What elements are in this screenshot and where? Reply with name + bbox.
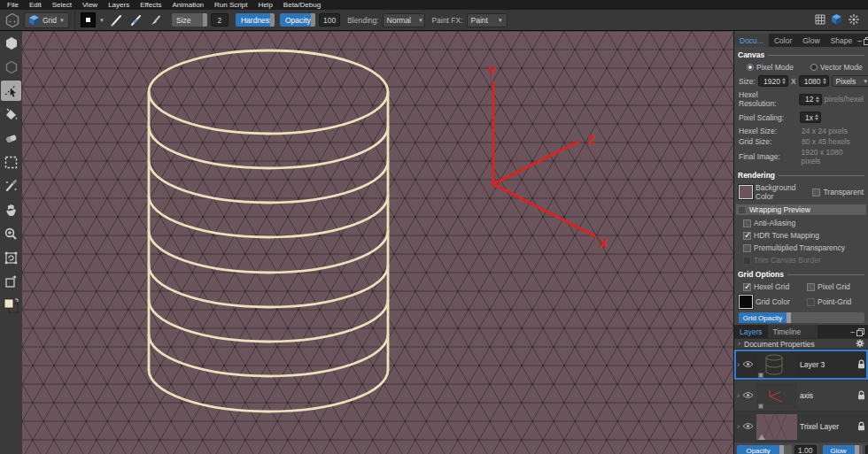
pan-hand-tool[interactable] [1,200,21,220]
layer-row-trixel[interactable]: › Trixel Layer [734,412,868,442]
marquee-select-tool[interactable] [1,152,21,173]
menu-help[interactable]: Help [252,0,277,10]
brush-opacity-slider[interactable]: Opacity [280,13,315,27]
hardness-handle[interactable] [270,13,275,27]
trim-checkbox[interactable] [743,257,751,265]
menu-effects[interactable]: Effects [135,0,167,10]
layer-glow-handle[interactable] [855,445,859,454]
layer-row-axis[interactable]: › axis [734,381,868,411]
brush-shape-swatch[interactable] [81,12,96,27]
lighting-icon[interactable] [848,13,860,27]
layer-opacity-slider[interactable]: Opacity [737,445,792,454]
expand-chevron-icon[interactable]: › [738,340,740,348]
tab-shape[interactable]: Shape [825,34,858,47]
visibility-eye-icon[interactable] [742,391,754,401]
brush-size-handle[interactable] [203,13,207,27]
menu-layers[interactable]: Layers [103,0,135,10]
grid-color-swatch[interactable] [739,295,753,309]
zoom-tool[interactable] [1,224,21,244]
brush-opacity-handle[interactable] [311,13,315,27]
brush-size-slider[interactable]: Size [172,13,207,27]
tab-document[interactable]: Docu... [734,34,769,47]
transparent-checkbox[interactable] [812,189,820,196]
pixel-mode-radio[interactable] [747,64,754,71]
collapse-panel-icon[interactable]: – [857,36,862,45]
menu-beta-debug[interactable]: Beta/Debug [278,0,326,10]
grid-opacity-slider[interactable]: Grid Opacity [739,312,864,323]
chevron-down-icon: ▼ [498,18,503,23]
expand-chevron-icon[interactable]: › [737,392,740,400]
hexel-grid-checkbox[interactable] [743,283,751,291]
tool-palette [0,31,22,454]
hdr-checkbox[interactable] [743,232,751,240]
properties-tab-bar: Docu... Color Glow Shape – [734,34,868,47]
lock-icon[interactable] [857,359,865,371]
pixel-scaling-input[interactable]: 1x [800,112,821,123]
hexel-outline-tool[interactable] [1,57,21,77]
layer-opacity-handle[interactable] [779,445,784,454]
visibility-eye-icon[interactable] [742,422,754,432]
layer-glow-value[interactable]: 1.00 [865,445,868,454]
pixel-grid-view-icon[interactable] [815,14,825,27]
layer-name: Layer 3 [800,360,825,369]
blending-dropdown[interactable]: Normal ▼ [383,13,425,27]
top-toolbar: Grid ▼ ▼ Size 2 Hardness Opacity 100 Ble… [0,10,868,31]
color-swatches[interactable] [1,296,21,316]
lock-icon[interactable] [857,421,865,433]
point-grid-checkbox[interactable] [807,298,815,306]
menu-select[interactable]: Select [47,0,77,10]
document-properties-row[interactable]: › Document Properties [734,338,868,350]
size-units-dropdown[interactable]: Pixels▼ [832,75,868,87]
eraser-tool[interactable] [1,128,21,149]
expand-chevron-icon[interactable]: › [737,361,740,369]
color-picker-tool[interactable] [1,176,21,196]
transform-tool[interactable] [1,248,21,268]
grid-checkbox-row: Hexel Grid Pixel Grid [734,281,868,293]
toolbar-right-icons [815,13,864,27]
canvas-height-input[interactable]: 1080 [799,75,829,87]
tab-timeline[interactable]: Timeline [768,325,818,338]
brush-opacity-value[interactable]: 100 [319,13,340,27]
paintbrush-icon[interactable] [108,12,124,28]
shading-brush-icon[interactable] [147,12,163,28]
collapse-layers-icon[interactable]: – [850,327,855,336]
menu-run-script[interactable]: Run Script [209,0,252,10]
hardness-slider[interactable]: Hardness [236,13,275,27]
hexel-resolution-input[interactable]: 12 [799,94,822,105]
tab-color[interactable]: Color [769,34,797,47]
hexel-view-icon[interactable] [831,13,842,27]
popout-layers-icon[interactable] [858,328,864,335]
layer-glow-slider[interactable]: Glow [823,445,863,454]
lock-icon[interactable] [857,390,865,402]
pixel-grid-checkbox[interactable] [807,283,815,291]
visibility-eye-icon[interactable] [742,360,754,370]
menu-animation[interactable]: Animation [167,0,209,10]
canvas-width-input[interactable]: 1920 [758,75,788,87]
paintfx-dropdown[interactable]: Paint ▼ [467,13,508,27]
pencil-icon[interactable] [128,12,143,28]
layer-opacity-value[interactable]: 1.00 [794,445,817,454]
fill-bucket-tool[interactable] [1,104,21,125]
expand-chevron-icon[interactable]: › [737,423,740,431]
grid-opacity-handle[interactable] [787,312,791,323]
wrapping-preview-checkbox[interactable] [738,206,746,214]
brush-shape-caret-icon[interactable]: ▼ [99,18,105,23]
rotate-canvas-tool[interactable] [1,272,21,292]
background-color-swatch[interactable] [739,185,753,199]
grid-mode-button[interactable]: Grid ▼ [24,12,69,28]
wrapping-preview-row: Wrapping Preview [736,204,866,215]
tab-layers[interactable]: Layers [734,325,768,338]
layer-settings-gear-icon[interactable] [856,339,864,350]
menu-file[interactable]: File [2,0,24,10]
premultiplied-checkbox[interactable] [743,244,751,252]
hexel-brush-tool[interactable] [1,33,21,53]
vector-mode-radio[interactable] [810,64,818,71]
brush-size-value[interactable]: 2 [211,13,229,27]
drawing-canvas[interactable]: Y Z X [22,31,733,454]
line-select-tool[interactable] [1,81,21,101]
menu-view[interactable]: View [77,0,103,10]
tab-glow[interactable]: Glow [797,34,825,47]
menu-edit[interactable]: Edit [24,0,47,10]
anti-aliasing-checkbox[interactable] [743,219,751,227]
layer-row-layer3[interactable]: › Layer 3 [734,350,868,380]
